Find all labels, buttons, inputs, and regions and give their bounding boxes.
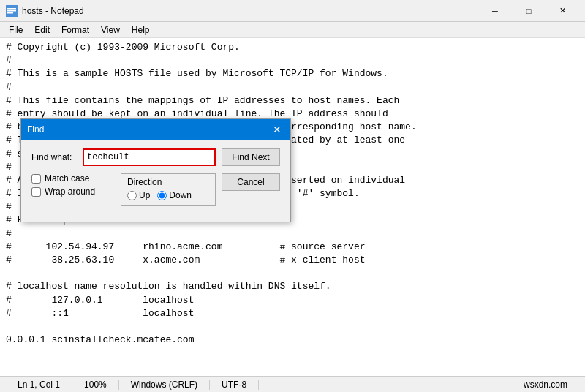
find-what-label: Find what: bbox=[31, 152, 83, 162]
dialog-title: Find bbox=[27, 124, 270, 135]
window-controls: ─ □ ✕ bbox=[478, 0, 579, 22]
up-label: Up bbox=[139, 190, 150, 200]
cancel-button[interactable]: Cancel bbox=[222, 173, 280, 191]
menu-format[interactable]: Format bbox=[56, 23, 95, 37]
menu-help[interactable]: Help bbox=[126, 23, 156, 37]
dialog-options-row: Match case Wrap around Direction Up Do bbox=[31, 173, 280, 206]
up-radio-group: Up bbox=[127, 190, 150, 200]
dialog-title-bar: Find ✕ bbox=[21, 119, 290, 140]
match-case-checkbox[interactable] bbox=[31, 174, 41, 184]
encoding: UTF-8 bbox=[210, 380, 259, 390]
menu-file[interactable]: File bbox=[3, 23, 29, 37]
wrap-around-row: Wrap around bbox=[31, 186, 113, 197]
down-radio-group: Down bbox=[157, 190, 192, 200]
app-icon bbox=[6, 5, 18, 17]
minimize-button[interactable]: ─ bbox=[478, 0, 512, 22]
direction-up-radio[interactable] bbox=[127, 191, 137, 200]
menu-edit[interactable]: Edit bbox=[29, 23, 56, 37]
zoom-level: 100% bbox=[72, 380, 119, 390]
dialog-close-button[interactable]: ✕ bbox=[270, 122, 284, 137]
close-button[interactable]: ✕ bbox=[546, 0, 579, 22]
watermark: wsxdn.com bbox=[512, 380, 579, 390]
find-dialog: Find ✕ Find what: Find Next Match case W… bbox=[20, 118, 291, 222]
direction-down-radio[interactable] bbox=[157, 191, 167, 200]
find-what-row: Find what: Find Next bbox=[31, 148, 280, 166]
match-case-row: Match case bbox=[31, 173, 113, 184]
menu-bar: File Edit Format View Help bbox=[0, 22, 585, 38]
find-next-button[interactable]: Find Next bbox=[222, 148, 280, 166]
title-bar: hosts - Notepad ─ □ ✕ bbox=[0, 0, 585, 22]
find-what-input[interactable] bbox=[83, 148, 216, 166]
buttons-column: Cancel bbox=[222, 173, 280, 191]
maximize-button[interactable]: □ bbox=[512, 0, 546, 22]
match-case-label: Match case bbox=[45, 173, 89, 184]
options-column: Match case Wrap around bbox=[31, 173, 113, 200]
svg-rect-1 bbox=[7, 8, 16, 10]
direction-options: Up Down bbox=[127, 190, 209, 200]
line-ending: Windows (CRLF) bbox=[119, 380, 210, 390]
dialog-body: Find what: Find Next Match case Wrap aro… bbox=[21, 140, 290, 222]
direction-label: Direction bbox=[127, 177, 209, 187]
down-label: Down bbox=[169, 190, 192, 200]
menu-view[interactable]: View bbox=[95, 23, 126, 37]
svg-rect-2 bbox=[7, 10, 16, 12]
status-bar: Ln 1, Col 1 100% Windows (CRLF) UTF-8 ws… bbox=[0, 376, 585, 392]
wrap-around-label: Wrap around bbox=[45, 186, 95, 197]
wrap-around-checkbox[interactable] bbox=[31, 187, 41, 197]
window-title: hosts - Notepad bbox=[22, 6, 478, 16]
cursor-position: Ln 1, Col 1 bbox=[6, 380, 72, 390]
svg-rect-3 bbox=[7, 12, 13, 14]
direction-group: Direction Up Down bbox=[121, 173, 216, 206]
